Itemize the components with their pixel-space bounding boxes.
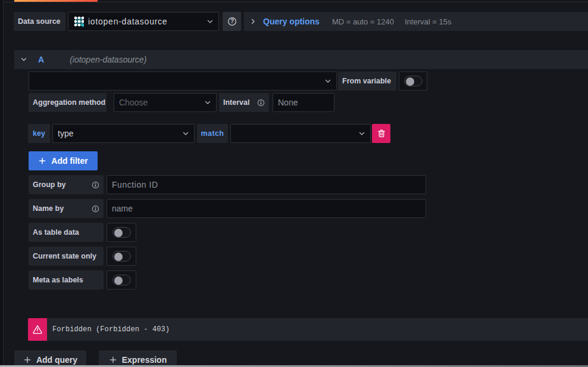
svg-text:?: ? — [230, 18, 233, 24]
